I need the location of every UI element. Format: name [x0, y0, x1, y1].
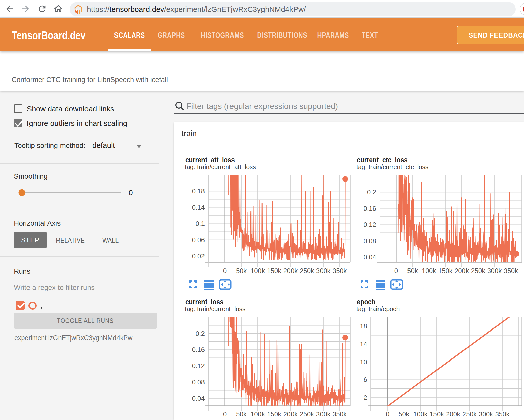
svg-text:0: 0: [223, 267, 227, 275]
svg-text:10: 10: [360, 358, 367, 366]
svg-text:250k: 250k: [300, 410, 314, 418]
svg-text:50k: 50k: [399, 410, 410, 418]
svg-text:150k: 150k: [430, 410, 444, 418]
svg-text:0.02: 0.02: [192, 252, 205, 260]
svg-text:0.16: 0.16: [363, 205, 376, 212]
svg-text:0.06: 0.06: [192, 236, 205, 244]
svg-text:2: 2: [364, 394, 367, 401]
svg-text:350k: 350k: [495, 410, 510, 418]
svg-text:50k: 50k: [407, 267, 418, 275]
svg-text:350k: 350k: [504, 267, 518, 275]
svg-text:200k: 200k: [455, 267, 469, 275]
svg-text:0: 0: [223, 410, 227, 418]
svg-text:250k: 250k: [300, 267, 314, 275]
svg-text:300k: 300k: [316, 410, 331, 418]
svg-text:300k: 300k: [316, 267, 331, 275]
svg-text:0.08: 0.08: [192, 378, 205, 386]
svg-text:100k: 100k: [413, 410, 428, 418]
svg-text:250k: 250k: [462, 410, 477, 418]
svg-text:200k: 200k: [446, 410, 460, 418]
svg-text:0.1: 0.1: [196, 220, 205, 227]
svg-text:50k: 50k: [236, 267, 247, 275]
svg-text:18: 18: [360, 322, 367, 330]
svg-text:0: 0: [394, 267, 398, 275]
svg-text:0: 0: [386, 410, 389, 418]
svg-text:0.12: 0.12: [363, 221, 376, 228]
svg-text:0.18: 0.18: [192, 187, 205, 195]
svg-text:0.04: 0.04: [363, 253, 376, 261]
svg-text:0.2: 0.2: [367, 188, 376, 196]
svg-text:50k: 50k: [236, 410, 247, 418]
svg-text:300k: 300k: [487, 267, 502, 275]
svg-text:0.16: 0.16: [192, 346, 205, 353]
svg-text:100k: 100k: [422, 267, 436, 275]
svg-text:0.2: 0.2: [196, 330, 205, 337]
svg-text:350k: 350k: [333, 267, 347, 275]
svg-text:250k: 250k: [471, 267, 485, 275]
svg-text:150k: 150k: [267, 267, 281, 275]
svg-text:350k: 350k: [333, 410, 347, 418]
svg-text:6: 6: [364, 376, 367, 383]
svg-text:0.04: 0.04: [192, 395, 205, 402]
svg-text:100k: 100k: [251, 410, 265, 418]
svg-text:100k: 100k: [251, 267, 265, 275]
svg-text:200k: 200k: [283, 267, 298, 275]
svg-text:150k: 150k: [438, 267, 453, 275]
svg-text:0.08: 0.08: [363, 237, 376, 245]
svg-text:150k: 150k: [267, 410, 281, 418]
svg-text:300k: 300k: [479, 410, 493, 418]
svg-text:14: 14: [360, 340, 367, 348]
svg-text:200k: 200k: [283, 410, 298, 418]
svg-text:0.12: 0.12: [192, 362, 205, 370]
svg-text:0.14: 0.14: [192, 204, 205, 211]
